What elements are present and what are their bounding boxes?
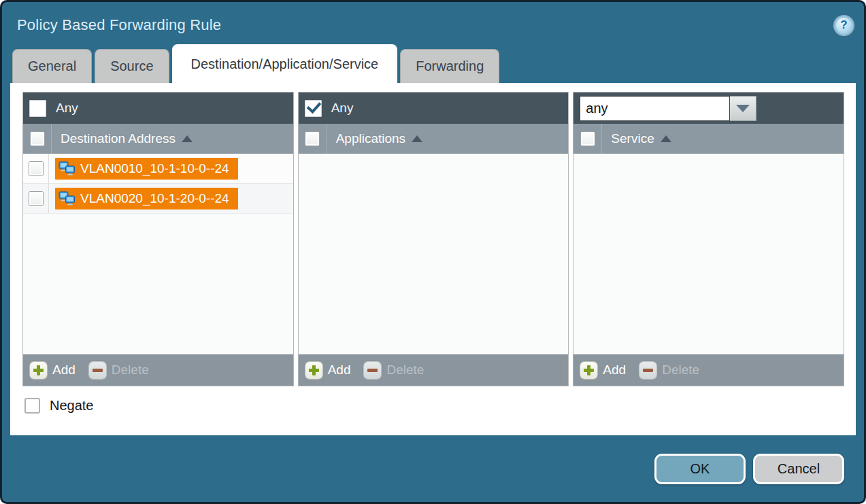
destination-row-2-checkbox-cell: [23, 184, 49, 213]
network-address-icon: [59, 191, 76, 206]
destination-header-row: Destination Address: [23, 124, 293, 154]
service-any-bar: any: [573, 93, 844, 124]
add-plus-icon: [580, 362, 597, 379]
service-select-all-cell: [573, 124, 602, 154]
destination-row-2-checkbox[interactable]: [29, 192, 43, 205]
destination-address-column: Any Destination Address: [22, 92, 294, 386]
destination-address-chip[interactable]: VLAN0010_10-1-10-0--24: [55, 158, 238, 180]
destination-address-chip[interactable]: VLAN0020_10-1-20-0--24: [55, 188, 238, 209]
chevron-down-icon: [736, 105, 750, 112]
delete-minus-icon: [89, 362, 106, 379]
tab-general-label: General: [28, 58, 76, 74]
applications-any-label: Any: [331, 101, 354, 116]
service-list: [573, 154, 844, 354]
destination-add-label: Add: [52, 363, 76, 377]
service-column-header-label: Service: [611, 131, 654, 146]
tab-strip: General Source Destination/Application/S…: [2, 44, 864, 83]
tab-destination-application-service-label: Destination/Application/Service: [191, 56, 379, 72]
tab-destination-application-service[interactable]: Destination/Application/Service: [172, 44, 398, 83]
service-column: any Service: [573, 92, 844, 386]
applications-select-all-cell: [299, 124, 327, 154]
negate-checkbox[interactable]: [24, 398, 40, 414]
delete-minus-icon: [639, 362, 656, 379]
applications-add-label: Add: [328, 363, 351, 377]
title-bar: Policy Based Forwarding Rule ?: [2, 2, 864, 44]
destination-delete-label: Delete: [112, 363, 149, 377]
destination-select-all-cell: [23, 124, 52, 154]
tab-forwarding-label: Forwarding: [416, 58, 484, 74]
cancel-button[interactable]: Cancel: [753, 454, 844, 484]
policy-based-forwarding-dialog: Policy Based Forwarding Rule ? General S…: [0, 0, 866, 504]
destination-address-1-label: VLAN0010_10-1-10-0--24: [80, 161, 229, 176]
destination-toolbar: Add Delete: [23, 354, 293, 386]
tab-forwarding[interactable]: Forwarding: [400, 49, 499, 83]
applications-delete-button[interactable]: Delete: [364, 362, 424, 379]
add-plus-icon: [30, 362, 47, 379]
applications-select-all-checkbox[interactable]: [305, 132, 319, 146]
destination-row-1-checkbox-cell: [23, 154, 49, 183]
negate-row: Negate: [22, 398, 844, 414]
network-address-icon: [59, 161, 76, 176]
destination-select-all-checkbox[interactable]: [31, 132, 44, 146]
tab-content-panel: Any Destination Address: [10, 83, 856, 435]
destination-delete-button[interactable]: Delete: [89, 362, 149, 379]
applications-any-checkbox[interactable]: [305, 100, 322, 117]
destination-address-2-label: VLAN0020_10-1-20-0--24: [80, 191, 229, 206]
help-icon[interactable]: ?: [835, 16, 853, 35]
applications-add-button[interactable]: Add: [305, 362, 351, 379]
service-header-row: Service: [573, 124, 844, 154]
destination-any-bar: Any: [23, 93, 293, 124]
destination-row-1[interactable]: VLAN0010_10-1-10-0--24: [23, 154, 293, 184]
negate-label: Negate: [50, 398, 94, 414]
delete-minus-icon: [364, 362, 381, 379]
applications-column: Any Applications Add: [298, 92, 569, 386]
applications-any-bar: Any: [299, 93, 569, 124]
destination-any-checkbox[interactable]: [29, 100, 46, 117]
applications-header-row: Applications: [299, 124, 569, 154]
sort-ascending-icon: [412, 135, 422, 142]
applications-column-header-label: Applications: [336, 131, 405, 146]
sort-ascending-icon: [182, 135, 193, 142]
destination-column-header-label: Destination Address: [61, 131, 176, 146]
destination-address-list: VLAN0010_10-1-10-0--24: [23, 154, 293, 354]
destination-any-label: Any: [56, 101, 78, 116]
dialog-title: Policy Based Forwarding Rule: [17, 16, 221, 34]
destination-row-1-checkbox[interactable]: [29, 162, 43, 175]
service-dropdown-value[interactable]: any: [580, 96, 730, 121]
columns-container: Any Destination Address: [22, 92, 844, 386]
tab-source[interactable]: Source: [95, 49, 169, 83]
applications-list: [299, 154, 569, 354]
destination-column-header[interactable]: Destination Address: [52, 131, 193, 146]
service-dropdown-button[interactable]: [730, 96, 756, 121]
destination-row-2[interactable]: VLAN0020_10-1-20-0--24: [23, 184, 293, 214]
tab-source-label: Source: [110, 58, 153, 74]
service-add-button[interactable]: Add: [580, 362, 626, 379]
ok-button[interactable]: OK: [654, 454, 746, 484]
tab-general[interactable]: General: [12, 49, 92, 83]
service-toolbar: Add Delete: [573, 354, 844, 386]
service-select-all-checkbox[interactable]: [581, 132, 595, 146]
sort-ascending-icon: [661, 135, 671, 142]
service-mode-dropdown[interactable]: any: [580, 96, 756, 121]
service-column-header[interactable]: Service: [602, 131, 671, 146]
applications-toolbar: Add Delete: [299, 354, 569, 386]
applications-column-header[interactable]: Applications: [327, 131, 422, 146]
applications-delete-label: Delete: [386, 363, 424, 377]
add-plus-icon: [305, 362, 322, 379]
service-delete-button[interactable]: Delete: [639, 362, 699, 379]
dialog-action-bar: OK Cancel: [2, 435, 864, 484]
service-delete-label: Delete: [662, 363, 699, 377]
destination-add-button[interactable]: Add: [30, 362, 76, 379]
service-add-label: Add: [603, 363, 626, 377]
